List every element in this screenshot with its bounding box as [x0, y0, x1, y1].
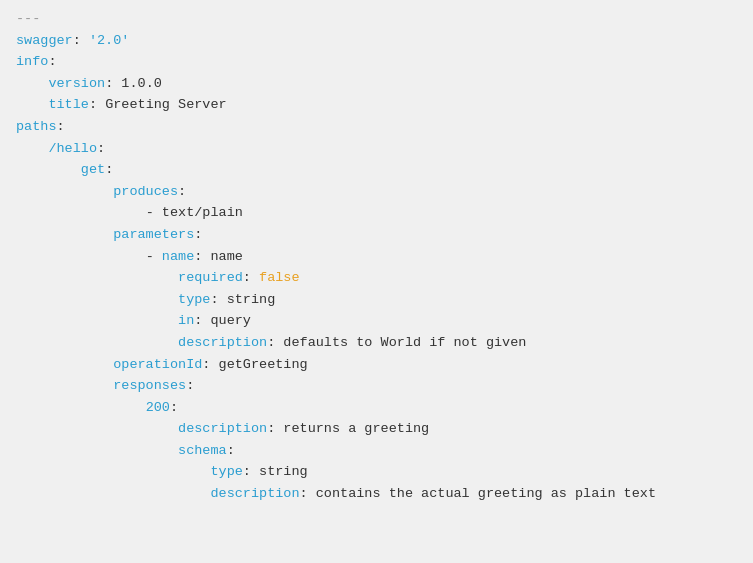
code-line: version: 1.0.0	[16, 73, 737, 95]
yaml-plain-value: query	[210, 313, 251, 328]
yaml-plain-value: text/plain	[162, 205, 243, 220]
code-line: parameters:	[16, 224, 737, 246]
yaml-dash: -	[146, 205, 162, 220]
yaml-key: swagger	[16, 33, 73, 48]
yaml-plain-value: :	[186, 378, 194, 393]
yaml-plain-value: :	[57, 119, 65, 134]
yaml-key: in	[178, 313, 194, 328]
yaml-key: operationId	[113, 357, 202, 372]
yaml-key: info	[16, 54, 48, 69]
yaml-key: paths	[16, 119, 57, 134]
yaml-plain-value: :	[243, 270, 259, 285]
code-line: - text/plain	[16, 202, 737, 224]
yaml-plain-value: getGreeting	[219, 357, 308, 372]
yaml-plain-value: Greeting Server	[105, 97, 227, 112]
yaml-key: schema	[178, 443, 227, 458]
yaml-key: description	[178, 421, 267, 436]
yaml-plain-value: :	[267, 421, 283, 436]
yaml-plain-value: returns a greeting	[283, 421, 429, 436]
code-line: title: Greeting Server	[16, 94, 737, 116]
code-editor: ---swagger: '2.0'info: version: 1.0.0 ti…	[0, 0, 753, 563]
yaml-plain-value: :	[73, 33, 89, 48]
yaml-string-value: '2.0'	[89, 33, 130, 48]
yaml-plain-value: :	[89, 97, 105, 112]
yaml-key: description	[210, 486, 299, 501]
code-line: description: defaults to World if not gi…	[16, 332, 737, 354]
yaml-key: /hello	[48, 141, 97, 156]
yaml-plain-value: :	[194, 313, 210, 328]
yaml-plain-value: :	[202, 357, 218, 372]
yaml-plain-value: :	[194, 227, 202, 242]
yaml-plain-value: :	[243, 464, 259, 479]
code-line: in: query	[16, 310, 737, 332]
yaml-key: parameters	[113, 227, 194, 242]
yaml-plain-value: :	[300, 486, 316, 501]
yaml-plain-value: :	[267, 335, 283, 350]
yaml-plain-value: name	[210, 249, 242, 264]
yaml-plain-value: :	[227, 443, 235, 458]
code-line: type: string	[16, 289, 737, 311]
code-line: required: false	[16, 267, 737, 289]
yaml-key: 200	[146, 400, 170, 415]
yaml-key: version	[48, 76, 105, 91]
yaml-key: description	[178, 335, 267, 350]
yaml-plain-value: string	[259, 464, 308, 479]
yaml-key: required	[178, 270, 243, 285]
code-line: type: string	[16, 461, 737, 483]
yaml-plain-value: contains the actual greeting as plain te…	[316, 486, 656, 501]
code-line: paths:	[16, 116, 737, 138]
code-line: info:	[16, 51, 737, 73]
code-line: operationId: getGreeting	[16, 354, 737, 376]
yaml-key: title	[48, 97, 89, 112]
yaml-plain-value: :	[105, 76, 121, 91]
yaml-plain-value: :	[97, 141, 105, 156]
yaml-plain-value: :	[170, 400, 178, 415]
yaml-key: name	[162, 249, 194, 264]
code-line: /hello:	[16, 138, 737, 160]
yaml-plain-value: defaults to World if not given	[283, 335, 526, 350]
yaml-plain-value: :	[210, 292, 226, 307]
yaml-plain-value: :	[105, 162, 113, 177]
yaml-comment: ---	[16, 11, 40, 26]
code-line: responses:	[16, 375, 737, 397]
yaml-plain-value: 1.0.0	[121, 76, 162, 91]
code-line: - name: name	[16, 246, 737, 268]
yaml-key: type	[178, 292, 210, 307]
code-line: description: contains the actual greetin…	[16, 483, 737, 505]
yaml-bool-value: false	[259, 270, 300, 285]
yaml-plain-value: :	[194, 249, 210, 264]
yaml-key: get	[81, 162, 105, 177]
code-line: ---	[16, 8, 737, 30]
yaml-key: responses	[113, 378, 186, 393]
code-line: 200:	[16, 397, 737, 419]
code-line: produces:	[16, 181, 737, 203]
yaml-key: produces	[113, 184, 178, 199]
code-line: swagger: '2.0'	[16, 30, 737, 52]
yaml-plain-value: string	[227, 292, 276, 307]
yaml-plain-value: :	[48, 54, 56, 69]
code-line: schema:	[16, 440, 737, 462]
code-line: get:	[16, 159, 737, 181]
yaml-key: type	[210, 464, 242, 479]
yaml-dash: -	[146, 249, 162, 264]
code-line: description: returns a greeting	[16, 418, 737, 440]
yaml-plain-value: :	[178, 184, 186, 199]
